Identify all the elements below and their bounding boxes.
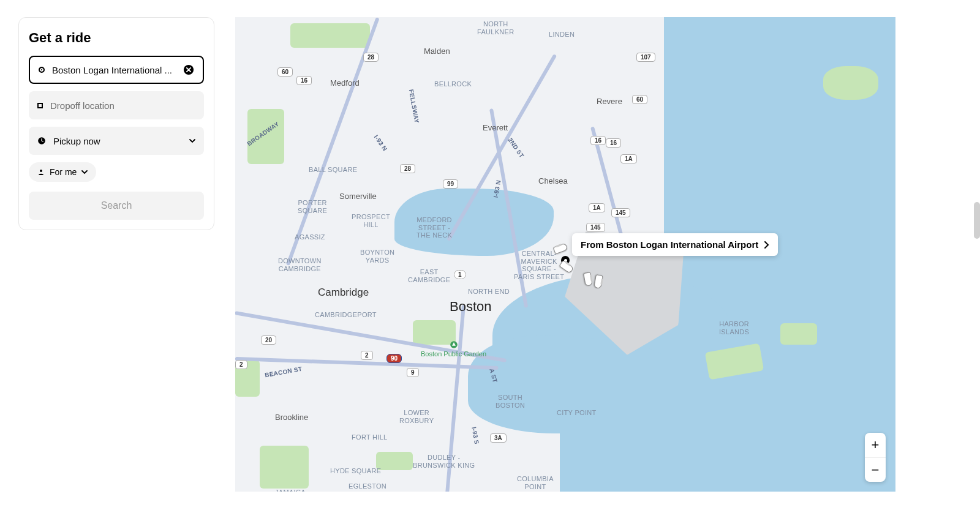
chevron-down-icon (81, 169, 88, 175)
route-shield: 16 (606, 138, 621, 148)
route-shield: 1A (620, 154, 637, 163)
area-label: LOWER ROXBURY (399, 409, 434, 424)
pickup-tooltip[interactable]: From Boston Logan International Airport (572, 233, 778, 256)
route-shield: 90 (386, 354, 402, 363)
route-shield: 1 (454, 270, 466, 279)
route-shield: 2 (361, 351, 373, 360)
zoom-out-button[interactable]: − (865, 457, 886, 482)
route-shield: 9 (407, 368, 419, 377)
area-label: MEDFORD STREET - THE NECK (417, 216, 452, 239)
area-label: NORTH END (468, 288, 510, 296)
city-label: Brookline (275, 413, 308, 422)
area-label: NORTH FAULKNER (477, 20, 514, 36)
area-label: HYDE SQUARE (330, 467, 381, 475)
route-shield: 145 (611, 208, 630, 217)
scrollbar-thumb[interactable] (974, 202, 980, 239)
svg-point-2 (40, 170, 42, 172)
pickup-input[interactable] (52, 65, 176, 75)
pickup-time-label: Pickup now (53, 136, 182, 146)
zoom-control: + − (865, 433, 886, 482)
route-shield: 28 (400, 164, 415, 173)
area-label: AGASSIZ (295, 233, 325, 241)
route-shield: 16 (296, 76, 312, 85)
dropoff-input[interactable] (50, 100, 195, 111)
area-label: PORTER SQUARE (298, 199, 327, 214)
rider-label: For me (50, 167, 77, 177)
area-label: DUDLEY - BRUNSWICK KING (413, 454, 475, 469)
dropoff-field[interactable] (29, 91, 204, 119)
dropoff-square-icon (37, 103, 43, 108)
area-label: DOWNTOWN CAMBRIDGE (278, 257, 322, 272)
area-label: SOUTH BOSTON (496, 394, 525, 409)
route-shield: 28 (363, 53, 379, 62)
route-shield: 60 (277, 67, 293, 77)
pickup-tooltip-text: From Boston Logan International Airport (581, 239, 758, 250)
chevron-right-icon (764, 241, 769, 249)
route-shield: 1A (589, 203, 605, 212)
area-label: LINDEN (549, 31, 575, 39)
chevron-down-icon (189, 138, 195, 144)
city-label: Chelsea (538, 176, 568, 185)
area-label: EGLESTON SQUARE (349, 482, 386, 492)
city-label: Medford (330, 78, 360, 88)
area-label: CAMBRIDGEPORT (315, 311, 377, 319)
area-label: CITY POINT (557, 409, 597, 417)
city-label: Malden (424, 47, 450, 56)
rider-select[interactable]: For me (29, 162, 96, 182)
city-label: Cambridge (318, 287, 369, 299)
panel-title: Get a ride (29, 30, 204, 46)
route-shield: 145 (586, 223, 605, 232)
poi-boston-public-garden: Boston Public Garden (421, 340, 486, 358)
city-label: Somerville (339, 192, 377, 201)
city-label: Boston (450, 299, 492, 315)
clock-icon (37, 137, 46, 145)
clear-icon[interactable] (183, 64, 194, 75)
area-label: HARBOR ISLANDS (719, 320, 749, 335)
route-shield: 60 (632, 95, 647, 104)
zoom-in-button[interactable]: + (865, 433, 886, 457)
area-label: FORT HILL (352, 433, 388, 441)
search-button[interactable]: Search (29, 192, 204, 220)
pickup-dot-icon (39, 67, 45, 73)
route-shield: 3A (490, 433, 507, 443)
route-shield: 107 (636, 53, 655, 62)
pickup-time-select[interactable]: Pickup now (29, 127, 204, 155)
pickup-field[interactable] (29, 56, 204, 84)
area-label: CENTRAL- MAVERICK SQUARE - PARIS STREET (514, 250, 564, 281)
map-canvas[interactable]: Boston Public Garden From Boston Logan I… (235, 17, 895, 492)
area-label: BOYNTON YARDS (360, 249, 394, 264)
city-label: Everett (483, 123, 508, 132)
ride-panel: Get a ride Pickup now For me Search (18, 17, 214, 230)
city-label: Revere (597, 97, 622, 106)
area-label: COLUMBIA POINT (517, 475, 554, 490)
area-label: JAMAICA (275, 489, 306, 492)
person-icon (37, 168, 45, 176)
route-shield: 2 (235, 360, 247, 369)
route-shield: 16 (590, 136, 606, 145)
area-label: PROSPECT HILL (352, 213, 390, 228)
area-label: BELLROCK (434, 80, 472, 88)
area-label: EAST CAMBRIDGE (408, 268, 450, 283)
route-shield: 20 (261, 335, 276, 345)
route-shield: 99 (443, 179, 458, 189)
area-label: BALL SQUARE (309, 166, 357, 174)
